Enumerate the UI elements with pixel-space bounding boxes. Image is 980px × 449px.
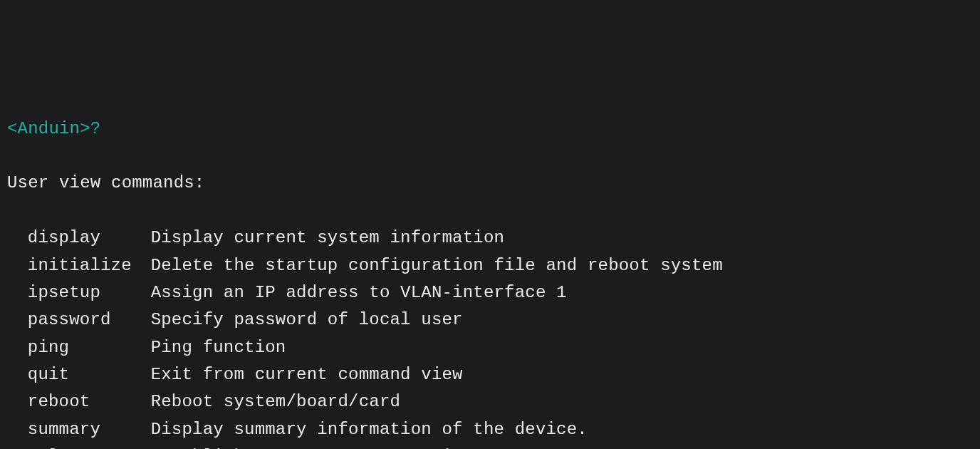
command-description: Ping function (151, 334, 286, 361)
command-description: Establish one TELNET connection (151, 443, 474, 449)
command-help-row: rebootReboot system/board/card (7, 388, 973, 416)
command-help-row: summaryDisplay summary information of th… (7, 416, 973, 443)
command-description: Display summary information of the devic… (151, 416, 588, 443)
command-name: initialize (7, 252, 151, 279)
command-help-row: passwordSpecify password of local user (7, 306, 973, 334)
command-name: display (7, 224, 151, 252)
command-description: Exit from current command view (151, 361, 463, 388)
command-name: ipsetup (7, 279, 151, 306)
command-name: reboot (7, 388, 151, 416)
command-description: Display current system information (151, 224, 504, 252)
command-help-row: quitExit from current command view (7, 361, 973, 388)
command-name: telnet (7, 443, 151, 449)
command-description: Specify password of local user (151, 306, 463, 334)
command-help-table: displayDisplay current system informatio… (7, 224, 973, 449)
command-name: ping (7, 334, 151, 361)
command-help-row: pingPing function (7, 334, 973, 361)
section-header: User view commands: (7, 170, 973, 197)
command-name: quit (7, 361, 151, 388)
command-description: Reboot system/board/card (151, 388, 400, 416)
command-help-row: initializeDelete the startup configurati… (7, 252, 973, 279)
command-help-row: ipsetupAssign an IP address to VLAN-inte… (7, 279, 973, 306)
command-help-row: displayDisplay current system informatio… (7, 224, 973, 252)
command-name: summary (7, 416, 151, 443)
prompt-line-help: <Anduin>? (7, 115, 973, 143)
command-description: Delete the startup configuration file an… (151, 252, 723, 279)
command-description: Assign an IP address to VLAN-interface 1 (151, 279, 567, 306)
command-name: password (7, 306, 151, 334)
command-help-row: telnetEstablish one TELNET connection (7, 443, 973, 449)
